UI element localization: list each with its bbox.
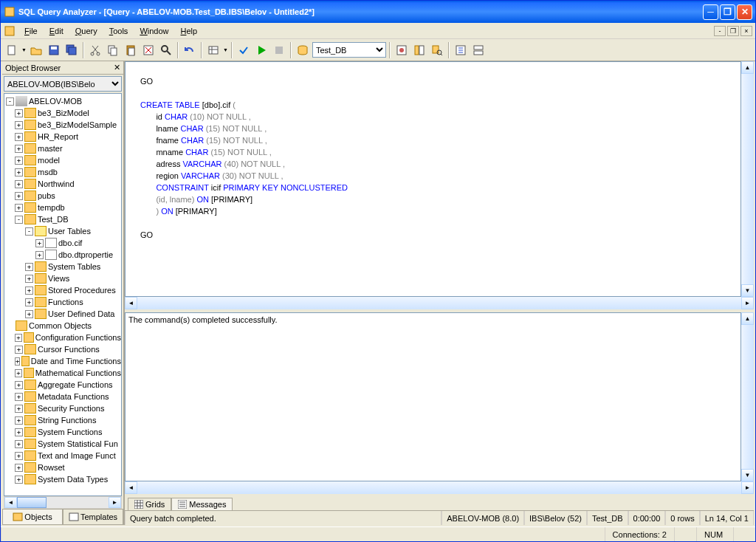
svg-rect-15 bbox=[209, 47, 218, 54]
tree-folder[interactable]: Metadata Functions bbox=[38, 392, 109, 401]
object-browser-close-icon[interactable]: ✕ bbox=[114, 63, 120, 72]
close-button[interactable]: ✕ bbox=[737, 4, 752, 20]
tree-table[interactable]: dbo.dtpropertie bbox=[58, 250, 113, 259]
cut-button[interactable] bbox=[87, 42, 103, 58]
tree-server[interactable]: ABELOV-MOB bbox=[29, 97, 82, 106]
tree-folder[interactable]: System Functions bbox=[38, 428, 102, 436]
mdi-minimize-button[interactable]: - bbox=[714, 26, 726, 36]
menu-help[interactable]: Help bbox=[175, 25, 204, 37]
tree-folder[interactable]: String Functions bbox=[38, 416, 96, 425]
tree-user-tables[interactable]: User Tables bbox=[48, 227, 91, 236]
save-button[interactable] bbox=[46, 42, 62, 58]
tree-folder[interactable]: System Statistical Fun bbox=[38, 439, 118, 448]
tab-templates[interactable]: Templates bbox=[63, 510, 123, 525]
tree-common[interactable]: Common Objects bbox=[29, 321, 92, 330]
tree-db[interactable]: HR_Report bbox=[38, 132, 78, 141]
svg-rect-23 bbox=[419, 46, 424, 55]
save-all-button[interactable] bbox=[63, 42, 80, 58]
tree-folder[interactable]: Date and Time Functions bbox=[31, 357, 121, 366]
status-db: Test_DB bbox=[587, 511, 628, 525]
svg-rect-24 bbox=[433, 46, 439, 53]
menu-file[interactable]: File bbox=[18, 25, 44, 37]
show-results-button[interactable] bbox=[470, 42, 487, 58]
tree-folder[interactable]: Cursor Functions bbox=[38, 345, 100, 354]
svg-rect-22 bbox=[415, 46, 419, 55]
estimated-plan-button[interactable] bbox=[394, 42, 410, 58]
tab-objects[interactable]: Objects bbox=[2, 510, 63, 525]
new-button[interactable] bbox=[4, 42, 20, 58]
tree-folder[interactable]: Configuration Functions bbox=[35, 333, 121, 342]
tree-folder[interactable]: System Tables bbox=[48, 262, 100, 271]
menu-window[interactable]: Window bbox=[134, 25, 174, 37]
tree-db[interactable]: Northwind bbox=[38, 179, 75, 188]
parse-button[interactable] bbox=[236, 42, 252, 58]
tree-db[interactable]: be3_BizModelSample bbox=[38, 120, 117, 129]
paste-button[interactable] bbox=[123, 42, 139, 58]
clear-window-button[interactable] bbox=[140, 42, 157, 58]
status-user: IBS\Belov (52) bbox=[524, 511, 587, 525]
mdi-close-button[interactable]: × bbox=[740, 26, 752, 36]
find-button[interactable] bbox=[158, 42, 174, 58]
tree-table[interactable]: dbo.cif bbox=[58, 239, 82, 247]
object-search-button[interactable] bbox=[429, 42, 445, 58]
tree-folder[interactable]: Mathematical Functions bbox=[35, 368, 121, 377]
tree-db[interactable]: pubs bbox=[38, 191, 55, 200]
mdi-restore-button[interactable]: ❐ bbox=[727, 26, 739, 36]
status-time: 0:00:00 bbox=[628, 511, 666, 525]
content-area: GO CREATE TABLE [dbo].cif ( id CHAR (10)… bbox=[125, 61, 754, 525]
tab-messages[interactable]: Messages bbox=[171, 498, 233, 510]
editor-hscroll[interactable]: ◄► bbox=[125, 297, 754, 309]
status-message: Query batch completed. bbox=[125, 511, 441, 525]
database-select[interactable]: Test_DB bbox=[312, 42, 386, 58]
toolbar: ▼ ▼ Test_DB bbox=[1, 39, 755, 61]
tree-db[interactable]: be3_BizModel bbox=[38, 109, 89, 117]
results-vscroll[interactable]: ▲▼ bbox=[741, 312, 754, 481]
object-tree[interactable]: -ABELOV-MOB +be3_BizModel +be3_BizModelS… bbox=[4, 93, 122, 496]
object-browser-button[interactable] bbox=[411, 42, 427, 58]
app-statusbar: Connections: 2 NUM bbox=[1, 526, 755, 541]
maximize-button[interactable]: ❐ bbox=[720, 4, 735, 20]
results-pane[interactable]: The command(s) completed successfully. bbox=[125, 312, 741, 481]
svg-rect-18 bbox=[275, 47, 283, 54]
execute-button[interactable] bbox=[253, 42, 269, 58]
options-button[interactable] bbox=[453, 42, 469, 58]
editor-vscroll[interactable]: ▲▼ bbox=[741, 61, 754, 297]
main-window: SQL Query Analyzer - [Query - ABELOV-MOB… bbox=[0, 0, 756, 542]
window-title: SQL Query Analyzer - [Query - ABELOV-MOB… bbox=[18, 7, 703, 16]
tree-folder[interactable]: Security Functions bbox=[38, 404, 104, 413]
tree-folder[interactable]: Functions bbox=[48, 298, 83, 306]
stop-button[interactable] bbox=[271, 42, 287, 58]
svg-rect-28 bbox=[474, 51, 483, 55]
svg-rect-30 bbox=[69, 513, 78, 521]
tree-folder[interactable]: Stored Procedures bbox=[48, 286, 116, 295]
menu-query[interactable]: Query bbox=[69, 25, 103, 37]
app-icon bbox=[4, 6, 16, 18]
tree-db[interactable]: msdb bbox=[38, 168, 58, 176]
minimize-button[interactable]: ─ bbox=[703, 4, 718, 20]
results-hscroll[interactable]: ◄► bbox=[125, 481, 754, 494]
tree-db[interactable]: tempdb bbox=[38, 203, 65, 212]
menu-tools[interactable]: Tools bbox=[103, 25, 134, 37]
tree-db-selected[interactable]: Test_DB bbox=[38, 215, 69, 224]
tree-db[interactable]: master bbox=[38, 144, 63, 153]
copy-button[interactable] bbox=[105, 42, 121, 58]
tree-folder[interactable]: System Data Types bbox=[38, 475, 108, 484]
tree-folder[interactable]: Views bbox=[48, 274, 69, 283]
tab-grids[interactable]: Grids bbox=[128, 498, 171, 510]
execute-mode-button[interactable] bbox=[205, 42, 221, 58]
sql-editor[interactable]: GO CREATE TABLE [dbo].cif ( id CHAR (10)… bbox=[125, 61, 741, 297]
tree-folder[interactable]: Text and Image Funct bbox=[38, 451, 116, 460]
titlebar[interactable]: SQL Query Analyzer - [Query - ABELOV-MOB… bbox=[1, 1, 755, 23]
svg-rect-6 bbox=[69, 47, 76, 55]
open-button[interactable] bbox=[28, 42, 44, 58]
menu-edit[interactable]: Edit bbox=[44, 25, 69, 37]
svg-rect-27 bbox=[474, 46, 483, 49]
tree-hscroll[interactable]: ◄► bbox=[4, 496, 122, 509]
undo-button[interactable] bbox=[182, 42, 198, 58]
tree-db[interactable]: model bbox=[38, 156, 60, 165]
tree-folder[interactable]: Rowset bbox=[38, 463, 65, 472]
svg-rect-1 bbox=[5, 27, 14, 35]
tree-folder[interactable]: Aggregate Functions bbox=[38, 380, 113, 389]
tree-folder[interactable]: User Defined Data bbox=[48, 309, 115, 318]
connection-select[interactable]: ABELOV-MOB(IBS\Belo bbox=[4, 76, 122, 92]
